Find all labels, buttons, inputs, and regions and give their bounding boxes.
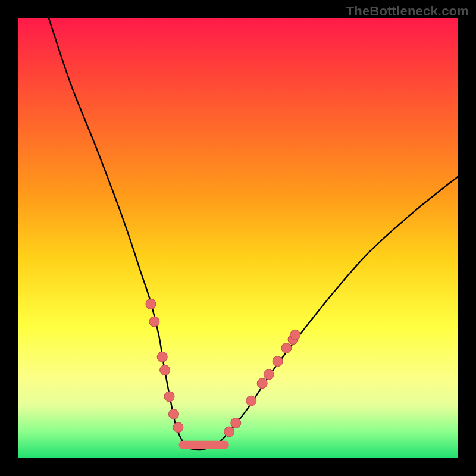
right-marker-2: [231, 418, 241, 428]
right-marker-1: [224, 427, 234, 437]
left-marker-2: [149, 317, 159, 327]
right-marker-5: [264, 369, 274, 380]
left-marker-5: [164, 392, 174, 402]
left-marker-1: [146, 299, 156, 309]
bottleneck-curve: [49, 18, 458, 450]
left-marker-3: [157, 352, 167, 362]
left-marker-4: [160, 365, 170, 375]
left-marker-6: [168, 409, 178, 419]
right-marker-3: [246, 396, 256, 406]
right-marker-8: [288, 334, 298, 345]
plot-area: [18, 18, 458, 458]
left-marker-7: [173, 422, 183, 433]
data-markers: [146, 299, 300, 437]
right-marker-4: [257, 378, 267, 389]
right-marker-7: [281, 343, 292, 353]
chart-svg: [18, 18, 458, 458]
right-marker-6: [273, 356, 283, 367]
watermark-text: TheBottleneck.com: [346, 4, 469, 19]
chart-frame: { "watermark": "TheBottleneck.com", "cha…: [0, 0, 476, 476]
right-marker-9: [290, 330, 300, 340]
